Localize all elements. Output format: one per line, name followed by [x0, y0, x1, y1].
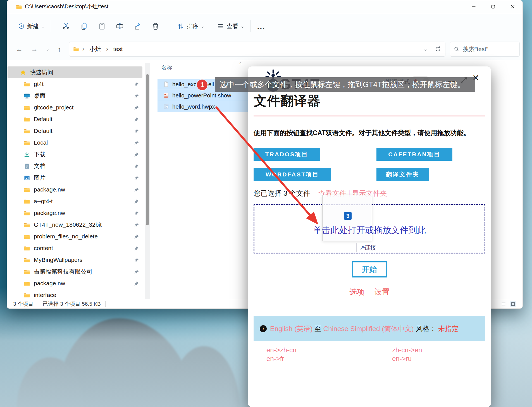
translate-folder-button[interactable]: 翻译文件夹 — [376, 168, 429, 181]
lang-link-en-zhcn[interactable]: en->zh-cn — [266, 346, 296, 354]
pin-icon[interactable] — [134, 164, 139, 169]
folder-icon — [73, 46, 79, 52]
details-view-icon[interactable] — [500, 301, 507, 307]
sidebar-item-gt4t-new[interactable]: GT4T_new_180622_32bit — [7, 219, 143, 231]
copy-button[interactable] — [78, 22, 90, 30]
pin-icon[interactable] — [134, 128, 139, 134]
sidebar-scrollbar[interactable] — [145, 63, 150, 299]
sidebar-item-gitcode-project[interactable]: gitcode_project — [7, 102, 143, 113]
drop-zone-text[interactable]: 单击此处打开或拖放文件到此 — [254, 224, 485, 236]
folder-icon — [24, 81, 30, 87]
link-button[interactable]: ↗链接 — [356, 243, 379, 252]
paste-button[interactable] — [96, 22, 108, 30]
start-button[interactable]: 开始 — [352, 261, 387, 277]
breadcrumb-item-current[interactable]: test — [111, 45, 124, 53]
pin-icon[interactable] — [134, 269, 139, 274]
large-icons-view-icon[interactable] — [510, 301, 516, 307]
sort-label: 排序 — [187, 22, 199, 30]
sidebar-item-label: 文档 — [34, 162, 46, 170]
forward-button[interactable]: → — [31, 45, 38, 53]
column-header-name[interactable]: 名称 — [161, 64, 172, 71]
options-link[interactable]: 选项 — [349, 288, 364, 296]
up-button[interactable]: ↑ — [58, 45, 61, 53]
sidebar-item-company[interactable]: 吉第福第科技有限公司 — [7, 266, 143, 277]
search-input[interactable] — [462, 46, 510, 53]
sidebar-item-local[interactable]: Local — [7, 137, 143, 149]
paste-icon — [98, 22, 106, 30]
sidebar-item-package-nw[interactable]: package.nw — [7, 207, 143, 219]
sidebar-item-package-nw[interactable]: package.nw — [7, 277, 143, 289]
sidebar-item-label: MyBingWallpapers — [34, 257, 82, 263]
target-language[interactable]: Chinese Simplified (简体中文) — [323, 325, 414, 332]
share-button[interactable] — [132, 22, 144, 30]
pin-icon[interactable] — [134, 152, 139, 157]
back-button[interactable]: ← — [16, 45, 23, 53]
cafetran-project-button[interactable]: CAFETRAN项目 — [376, 148, 452, 161]
pin-icon[interactable] — [134, 210, 139, 216]
maximize-button[interactable] — [483, 0, 503, 13]
sort-button[interactable]: 排序 ⌄ — [177, 22, 204, 30]
pin-icon[interactable] — [134, 234, 139, 239]
pin-icon[interactable] — [134, 187, 139, 192]
breadcrumb-item-parent[interactable]: 小灶 — [88, 45, 103, 54]
settings-link[interactable]: 设置 — [374, 288, 390, 296]
sidebar-item-problem-files[interactable]: problem_files_no_delete — [7, 231, 143, 242]
star-icon — [20, 69, 26, 76]
sidebar-item-default[interactable]: Default — [7, 125, 143, 137]
cut-button[interactable] — [60, 22, 72, 30]
pin-icon[interactable] — [134, 105, 139, 110]
scrollbar-thumb[interactable] — [146, 74, 149, 225]
more-options-button[interactable]: … — [257, 25, 265, 28]
sort-arrows-icon — [177, 23, 184, 30]
toolbar-separator — [51, 20, 51, 32]
document-icon — [24, 163, 30, 169]
sidebar-item-desktop[interactable]: 桌面 — [7, 90, 143, 102]
sidebar-item-default[interactable]: Default — [7, 113, 143, 125]
file-name: hello_word.hwpx — [172, 103, 215, 110]
download-icon — [24, 151, 30, 158]
refresh-icon[interactable] — [435, 46, 441, 52]
rename-button[interactable] — [114, 22, 126, 30]
sidebar-item-quick-access[interactable]: 快速访问 — [8, 66, 142, 78]
sidebar-item-downloads[interactable]: 下载 — [7, 149, 143, 160]
copy-icon — [80, 22, 88, 30]
pin-icon[interactable] — [134, 140, 139, 145]
new-button[interactable]: 新建 ⌄ — [18, 22, 45, 30]
source-language[interactable]: English (英语) — [270, 325, 312, 332]
breadcrumb[interactable]: › 小灶 › test ⌄ — [69, 42, 445, 57]
sidebar-item-a--gt4-t[interactable]: a--gt4-t — [7, 195, 143, 207]
sidebar-item-documents[interactable]: 文档 — [7, 160, 143, 172]
file-row-word[interactable]: hello_word.hwpx — [158, 101, 249, 112]
share-icon — [134, 22, 142, 30]
pin-icon[interactable] — [134, 222, 139, 228]
wordfast-project-button[interactable]: WORDFAST项目 — [254, 168, 331, 181]
pin-icon[interactable] — [134, 199, 139, 204]
pin-icon[interactable] — [134, 175, 139, 181]
lang-link-zhcn-en[interactable]: zh-cn->en — [392, 346, 422, 354]
sidebar-item-label: problem_files_no_delete — [34, 233, 98, 240]
sidebar-item-label: GT4T_new_180622_32bit — [34, 221, 102, 228]
close-button[interactable] — [503, 0, 523, 13]
pin-icon[interactable] — [134, 117, 139, 122]
minimize-button[interactable] — [464, 0, 483, 13]
trados-project-button[interactable]: TRADOS项目 — [254, 148, 320, 161]
view-button[interactable]: 查看 ⌄ — [217, 22, 244, 30]
lang-link-en-ru[interactable]: en->ru — [392, 355, 412, 363]
sidebar-item-label: Default — [34, 116, 53, 123]
sidebar-item-gt4t[interactable]: gt4t — [7, 78, 143, 90]
sidebar-item-content[interactable]: content — [7, 242, 143, 254]
sidebar-item-pictures[interactable]: 图片 — [7, 172, 143, 184]
sidebar-item-mybingwallpapers[interactable]: MyBingWallpapers — [7, 254, 143, 266]
pin-icon[interactable] — [134, 246, 139, 251]
sidebar-item-package-nw[interactable]: package.nw — [7, 184, 143, 195]
style-value[interactable]: 未指定 — [438, 325, 459, 332]
pin-icon[interactable] — [134, 281, 139, 286]
delete-button[interactable] — [149, 22, 162, 30]
pin-icon[interactable] — [134, 82, 139, 87]
pin-icon[interactable] — [134, 93, 139, 99]
lang-link-en-fr[interactable]: en->fr — [266, 355, 284, 363]
address-dropdown-chevron[interactable]: ⌄ — [423, 47, 428, 51]
recent-locations-chevron[interactable]: ⌄ — [46, 47, 50, 51]
pin-icon[interactable] — [134, 257, 139, 263]
search-box[interactable] — [450, 42, 520, 57]
